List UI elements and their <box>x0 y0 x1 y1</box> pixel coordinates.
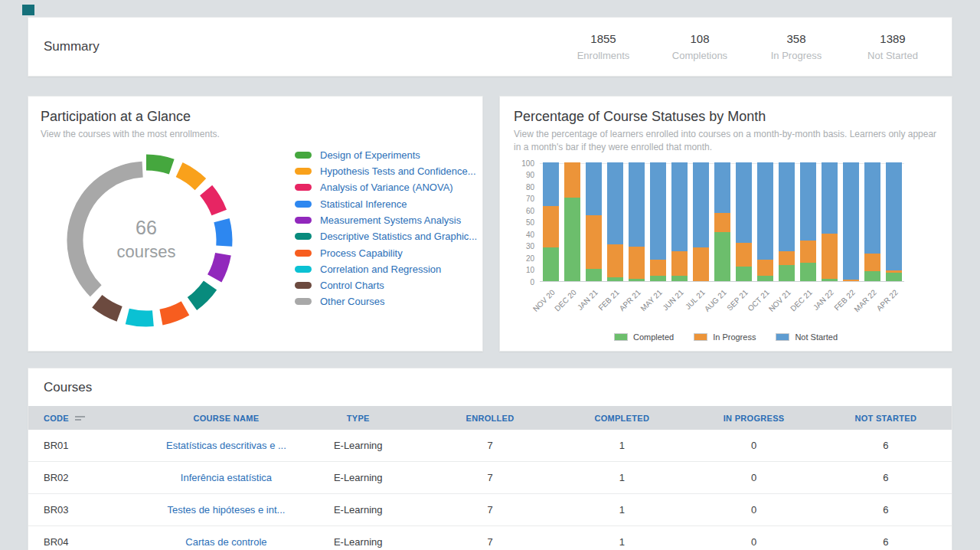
cell-in_progress: 0 <box>688 536 819 548</box>
bar-segment-in-progress[interactable] <box>564 162 580 198</box>
bar-segment-not-started[interactable] <box>736 162 752 243</box>
bar-segment-in-progress[interactable] <box>736 243 752 267</box>
column-header-completed[interactable]: COMPLETED <box>556 414 688 423</box>
bar-segment-in-progress[interactable] <box>607 244 623 277</box>
donut-legend-item[interactable]: Design of Experiments <box>295 150 477 160</box>
bar-segment-not-started[interactable] <box>800 162 816 241</box>
bar-segment-not-started[interactable] <box>586 162 602 216</box>
bar-segment-not-started[interactable] <box>650 162 666 260</box>
donut-legend-item[interactable]: Descriptive Statistics and Graphic... <box>295 231 477 241</box>
bar-segment-completed[interactable] <box>714 232 730 281</box>
bar-segment-in-progress[interactable] <box>864 254 880 271</box>
donut-legend-label: Descriptive Statistics and Graphic... <box>320 231 477 242</box>
stacked-bar <box>822 162 838 281</box>
donut-legend-label: Measurement Systems Analysis <box>320 214 461 226</box>
donut-segment[interactable] <box>214 254 223 279</box>
donut-segment[interactable] <box>192 285 211 303</box>
bar-segment-not-started[interactable] <box>543 162 559 206</box>
stat-label: In Progress <box>748 50 844 61</box>
column-header-type[interactable]: TYPE <box>292 414 424 423</box>
bar-segment-completed[interactable] <box>800 263 816 280</box>
bar-segment-in-progress[interactable] <box>779 251 795 266</box>
bar-segment-completed[interactable] <box>650 276 666 280</box>
legend-swatch-icon <box>295 201 312 208</box>
stacked-bar <box>607 162 623 281</box>
summary-card: Summary 1855 Enrollments 108 Completions… <box>28 17 952 77</box>
bar-segment-not-started[interactable] <box>671 162 688 251</box>
courses-table-body: BR01Estatísticas descritivas e ...E-Lear… <box>28 430 952 550</box>
course-name-link[interactable]: Estatísticas descritivas e ... <box>160 440 292 451</box>
bar-segment-in-progress[interactable] <box>629 247 645 279</box>
bar-segment-in-progress[interactable] <box>800 241 816 263</box>
stacked-bar <box>693 162 709 281</box>
donut-segment[interactable] <box>179 169 201 184</box>
stat-label: Not Started <box>844 50 941 61</box>
bar-segment-completed[interactable] <box>779 265 795 280</box>
bar-segment-not-started[interactable] <box>864 162 880 254</box>
donut-segment[interactable] <box>75 169 142 291</box>
donut-segment[interactable] <box>161 308 185 317</box>
bar-segment-completed[interactable] <box>629 279 645 281</box>
bar-segment-not-started[interactable] <box>629 162 645 247</box>
donut-segment[interactable] <box>146 162 172 167</box>
column-header-enrolled[interactable]: ENROLLED <box>424 414 556 423</box>
bar-segment-not-started[interactable] <box>886 162 902 270</box>
donut-legend-item[interactable]: Analysis of Variance (ANOVA) <box>295 182 477 192</box>
bar-segment-completed[interactable] <box>822 279 838 281</box>
donut-segment[interactable] <box>127 316 153 319</box>
bar-segment-not-started[interactable] <box>757 162 773 260</box>
bar-segment-in-progress[interactable] <box>822 234 838 279</box>
bar-segment-not-started[interactable] <box>822 162 838 234</box>
column-header-course-name[interactable]: COURSE NAME <box>160 414 292 423</box>
bar-segment-completed[interactable] <box>671 276 688 280</box>
donut-legend-item[interactable]: Correlation and Regression <box>295 264 477 274</box>
donut-legend-item[interactable]: Other Courses <box>295 296 477 306</box>
bar-segment-completed[interactable] <box>886 273 902 281</box>
cell-in_progress: 0 <box>688 440 819 451</box>
y-axis-tick-label: 50 <box>514 218 534 227</box>
donut-segment[interactable] <box>206 190 219 212</box>
bar-segment-in-progress[interactable] <box>671 251 688 277</box>
column-header-code[interactable]: CODE <box>28 414 160 423</box>
donut-chart-area: 66 courses Design of ExperimentsHypothes… <box>41 141 470 340</box>
donut-legend-item[interactable]: Measurement Systems Analysis <box>295 215 477 225</box>
bar-segment-in-progress[interactable] <box>543 206 559 247</box>
column-header-not-started[interactable]: NOT STARTED <box>820 414 952 423</box>
bar-segment-in-progress[interactable] <box>843 280 859 281</box>
bar-segment-in-progress[interactable] <box>714 213 730 232</box>
donut-legend-item[interactable]: Hypothesis Tests and Confidence... <box>295 166 477 176</box>
bar-segment-not-started[interactable] <box>693 162 709 248</box>
bar-segment-not-started[interactable] <box>607 162 623 244</box>
bar-segment-completed[interactable] <box>757 276 773 280</box>
bar-segment-in-progress[interactable] <box>586 215 602 269</box>
donut-segment[interactable] <box>97 301 119 314</box>
bar-segment-not-started[interactable] <box>779 162 795 251</box>
bar-segment-in-progress[interactable] <box>693 247 709 280</box>
sort-lines-icon[interactable] <box>75 416 85 422</box>
bar-segment-completed[interactable] <box>543 247 559 280</box>
stat-completions: 108 Completions <box>652 32 748 61</box>
bar-segment-completed[interactable] <box>864 271 880 280</box>
donut-legend-item[interactable]: Statistical Inference <box>295 199 477 209</box>
donut-chart: 66 courses <box>47 142 246 339</box>
bar-segment-completed[interactable] <box>607 277 623 281</box>
stacked-bar <box>650 162 666 281</box>
course-name-link[interactable]: Inferência estatística <box>160 472 292 483</box>
donut-legend-label: Analysis of Variance (ANOVA) <box>320 182 453 193</box>
donut-segment[interactable] <box>222 220 224 246</box>
participation-subtitle: View the courses with the most enrollmen… <box>41 128 470 141</box>
bar-segment-completed[interactable] <box>564 198 580 281</box>
course-name-link[interactable]: Cartas de controle <box>160 536 292 548</box>
course-name-link[interactable]: Testes de hipóteses e int... <box>160 504 292 516</box>
bar-segment-not-started[interactable] <box>843 162 859 280</box>
bar-segment-completed[interactable] <box>586 269 602 281</box>
donut-legend-item[interactable]: Control Charts <box>295 280 477 290</box>
bar-segment-in-progress[interactable] <box>650 260 666 277</box>
cell-not_started: 6 <box>820 440 952 451</box>
bar-segment-in-progress[interactable] <box>757 260 773 277</box>
donut-legend-item[interactable]: Process Capability <box>295 248 477 258</box>
y-axis-tick-label: 40 <box>514 231 534 239</box>
bar-segment-not-started[interactable] <box>714 162 730 214</box>
column-header-in-progress[interactable]: IN PROGRESS <box>688 414 819 423</box>
bar-segment-completed[interactable] <box>736 267 752 281</box>
